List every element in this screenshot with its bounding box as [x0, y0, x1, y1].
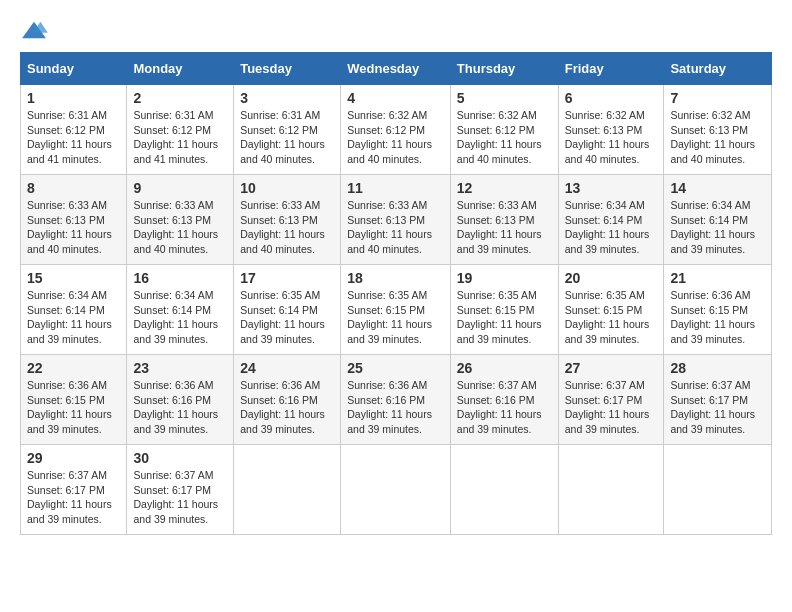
calendar-cell [341, 445, 451, 535]
day-number: 9 [133, 180, 227, 196]
day-info: Sunrise: 6:31 AM Sunset: 6:12 PM Dayligh… [240, 108, 334, 167]
calendar-table: SundayMondayTuesdayWednesdayThursdayFrid… [20, 52, 772, 535]
day-info: Sunrise: 6:32 AM Sunset: 6:12 PM Dayligh… [347, 108, 444, 167]
day-number: 6 [565, 90, 658, 106]
calendar-cell: 2 Sunrise: 6:31 AM Sunset: 6:12 PM Dayli… [127, 85, 234, 175]
day-number: 21 [670, 270, 765, 286]
day-number: 4 [347, 90, 444, 106]
day-number: 27 [565, 360, 658, 376]
logo [20, 20, 52, 42]
calendar-cell: 22 Sunrise: 6:36 AM Sunset: 6:15 PM Dayl… [21, 355, 127, 445]
calendar-cell: 30 Sunrise: 6:37 AM Sunset: 6:17 PM Dayl… [127, 445, 234, 535]
day-number: 2 [133, 90, 227, 106]
calendar-cell: 4 Sunrise: 6:32 AM Sunset: 6:12 PM Dayli… [341, 85, 451, 175]
day-number: 12 [457, 180, 552, 196]
calendar-cell: 24 Sunrise: 6:36 AM Sunset: 6:16 PM Dayl… [234, 355, 341, 445]
day-number: 7 [670, 90, 765, 106]
day-info: Sunrise: 6:35 AM Sunset: 6:14 PM Dayligh… [240, 288, 334, 347]
day-number: 30 [133, 450, 227, 466]
calendar-header-row: SundayMondayTuesdayWednesdayThursdayFrid… [21, 53, 772, 85]
calendar-cell [234, 445, 341, 535]
calendar-cell: 10 Sunrise: 6:33 AM Sunset: 6:13 PM Dayl… [234, 175, 341, 265]
day-number: 17 [240, 270, 334, 286]
day-number: 1 [27, 90, 120, 106]
day-info: Sunrise: 6:35 AM Sunset: 6:15 PM Dayligh… [457, 288, 552, 347]
calendar-cell: 28 Sunrise: 6:37 AM Sunset: 6:17 PM Dayl… [664, 355, 772, 445]
calendar-cell: 27 Sunrise: 6:37 AM Sunset: 6:17 PM Dayl… [558, 355, 664, 445]
calendar-cell [558, 445, 664, 535]
calendar-cell: 5 Sunrise: 6:32 AM Sunset: 6:12 PM Dayli… [450, 85, 558, 175]
day-info: Sunrise: 6:34 AM Sunset: 6:14 PM Dayligh… [133, 288, 227, 347]
calendar-cell: 16 Sunrise: 6:34 AM Sunset: 6:14 PM Dayl… [127, 265, 234, 355]
calendar-week-1: 1 Sunrise: 6:31 AM Sunset: 6:12 PM Dayli… [21, 85, 772, 175]
calendar-week-4: 22 Sunrise: 6:36 AM Sunset: 6:15 PM Dayl… [21, 355, 772, 445]
calendar-cell: 6 Sunrise: 6:32 AM Sunset: 6:13 PM Dayli… [558, 85, 664, 175]
calendar-cell: 23 Sunrise: 6:36 AM Sunset: 6:16 PM Dayl… [127, 355, 234, 445]
day-info: Sunrise: 6:33 AM Sunset: 6:13 PM Dayligh… [133, 198, 227, 257]
calendar-cell: 20 Sunrise: 6:35 AM Sunset: 6:15 PM Dayl… [558, 265, 664, 355]
calendar-cell: 3 Sunrise: 6:31 AM Sunset: 6:12 PM Dayli… [234, 85, 341, 175]
calendar-body: 1 Sunrise: 6:31 AM Sunset: 6:12 PM Dayli… [21, 85, 772, 535]
day-number: 29 [27, 450, 120, 466]
day-info: Sunrise: 6:34 AM Sunset: 6:14 PM Dayligh… [670, 198, 765, 257]
calendar-cell: 19 Sunrise: 6:35 AM Sunset: 6:15 PM Dayl… [450, 265, 558, 355]
day-info: Sunrise: 6:33 AM Sunset: 6:13 PM Dayligh… [347, 198, 444, 257]
day-number: 14 [670, 180, 765, 196]
day-number: 24 [240, 360, 334, 376]
col-header-sunday: Sunday [21, 53, 127, 85]
calendar-cell: 17 Sunrise: 6:35 AM Sunset: 6:14 PM Dayl… [234, 265, 341, 355]
calendar-cell: 1 Sunrise: 6:31 AM Sunset: 6:12 PM Dayli… [21, 85, 127, 175]
day-number: 25 [347, 360, 444, 376]
day-number: 10 [240, 180, 334, 196]
calendar-cell: 9 Sunrise: 6:33 AM Sunset: 6:13 PM Dayli… [127, 175, 234, 265]
page-header [20, 20, 772, 42]
day-number: 26 [457, 360, 552, 376]
calendar-cell [450, 445, 558, 535]
day-info: Sunrise: 6:33 AM Sunset: 6:13 PM Dayligh… [240, 198, 334, 257]
calendar-week-5: 29 Sunrise: 6:37 AM Sunset: 6:17 PM Dayl… [21, 445, 772, 535]
day-number: 13 [565, 180, 658, 196]
day-info: Sunrise: 6:31 AM Sunset: 6:12 PM Dayligh… [27, 108, 120, 167]
day-number: 19 [457, 270, 552, 286]
calendar-cell: 21 Sunrise: 6:36 AM Sunset: 6:15 PM Dayl… [664, 265, 772, 355]
day-info: Sunrise: 6:36 AM Sunset: 6:15 PM Dayligh… [670, 288, 765, 347]
calendar-cell: 14 Sunrise: 6:34 AM Sunset: 6:14 PM Dayl… [664, 175, 772, 265]
day-info: Sunrise: 6:33 AM Sunset: 6:13 PM Dayligh… [457, 198, 552, 257]
col-header-monday: Monday [127, 53, 234, 85]
day-info: Sunrise: 6:32 AM Sunset: 6:13 PM Dayligh… [565, 108, 658, 167]
day-number: 28 [670, 360, 765, 376]
calendar-cell [664, 445, 772, 535]
day-number: 20 [565, 270, 658, 286]
col-header-saturday: Saturday [664, 53, 772, 85]
col-header-tuesday: Tuesday [234, 53, 341, 85]
day-number: 16 [133, 270, 227, 286]
day-number: 23 [133, 360, 227, 376]
day-info: Sunrise: 6:35 AM Sunset: 6:15 PM Dayligh… [565, 288, 658, 347]
calendar-cell: 8 Sunrise: 6:33 AM Sunset: 6:13 PM Dayli… [21, 175, 127, 265]
day-info: Sunrise: 6:36 AM Sunset: 6:16 PM Dayligh… [240, 378, 334, 437]
day-number: 3 [240, 90, 334, 106]
calendar-cell: 11 Sunrise: 6:33 AM Sunset: 6:13 PM Dayl… [341, 175, 451, 265]
calendar-week-3: 15 Sunrise: 6:34 AM Sunset: 6:14 PM Dayl… [21, 265, 772, 355]
day-info: Sunrise: 6:36 AM Sunset: 6:15 PM Dayligh… [27, 378, 120, 437]
day-info: Sunrise: 6:37 AM Sunset: 6:17 PM Dayligh… [133, 468, 227, 527]
day-info: Sunrise: 6:31 AM Sunset: 6:12 PM Dayligh… [133, 108, 227, 167]
day-info: Sunrise: 6:32 AM Sunset: 6:12 PM Dayligh… [457, 108, 552, 167]
calendar-cell: 12 Sunrise: 6:33 AM Sunset: 6:13 PM Dayl… [450, 175, 558, 265]
day-info: Sunrise: 6:35 AM Sunset: 6:15 PM Dayligh… [347, 288, 444, 347]
logo-icon [20, 20, 48, 42]
calendar-cell: 29 Sunrise: 6:37 AM Sunset: 6:17 PM Dayl… [21, 445, 127, 535]
day-info: Sunrise: 6:37 AM Sunset: 6:16 PM Dayligh… [457, 378, 552, 437]
calendar-cell: 7 Sunrise: 6:32 AM Sunset: 6:13 PM Dayli… [664, 85, 772, 175]
day-number: 15 [27, 270, 120, 286]
day-info: Sunrise: 6:37 AM Sunset: 6:17 PM Dayligh… [670, 378, 765, 437]
day-number: 22 [27, 360, 120, 376]
calendar-cell: 15 Sunrise: 6:34 AM Sunset: 6:14 PM Dayl… [21, 265, 127, 355]
day-info: Sunrise: 6:32 AM Sunset: 6:13 PM Dayligh… [670, 108, 765, 167]
calendar-week-2: 8 Sunrise: 6:33 AM Sunset: 6:13 PM Dayli… [21, 175, 772, 265]
day-info: Sunrise: 6:36 AM Sunset: 6:16 PM Dayligh… [347, 378, 444, 437]
day-info: Sunrise: 6:37 AM Sunset: 6:17 PM Dayligh… [565, 378, 658, 437]
calendar-cell: 26 Sunrise: 6:37 AM Sunset: 6:16 PM Dayl… [450, 355, 558, 445]
day-number: 11 [347, 180, 444, 196]
col-header-friday: Friday [558, 53, 664, 85]
